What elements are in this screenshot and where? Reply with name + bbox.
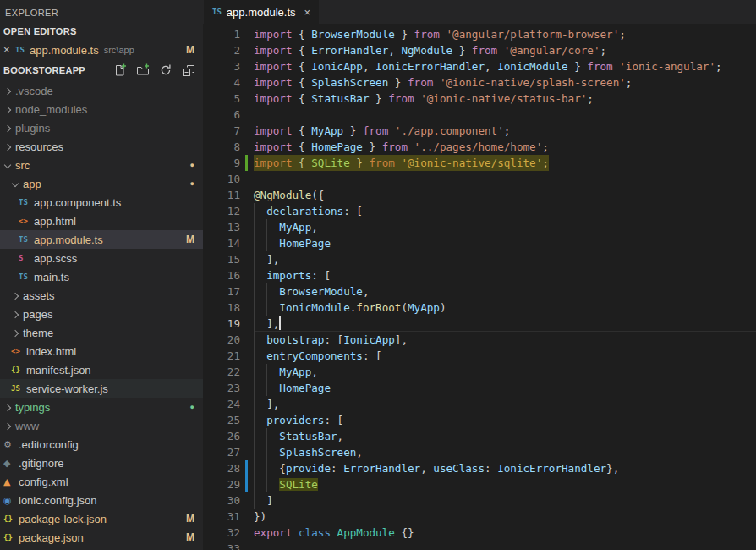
line-number[interactable]: 5 (203, 91, 244, 107)
line-body[interactable]: import { MyApp } from './app.component'; (254, 123, 756, 139)
line-body[interactable]: imports: [ (254, 267, 756, 283)
tree-folder-plugins[interactable]: plugins (0, 118, 203, 137)
line-number[interactable]: 19 (203, 316, 244, 332)
line-number[interactable]: 2 (203, 42, 244, 58)
tree-file-index-html[interactable]: <>index.html (0, 342, 203, 360)
line-body[interactable]: ], (254, 316, 756, 332)
tree-file-app-module-ts[interactable]: TSapp.module.tsM (0, 230, 203, 249)
line-number[interactable]: 31 (203, 509, 244, 525)
line-number[interactable]: 14 (203, 235, 244, 251)
line-body[interactable]: IonicModule.forRoot(MyApp) (254, 300, 756, 316)
tree-file-config-xml[interactable]: ▲config.xml (0, 472, 203, 491)
line-number[interactable]: 16 (203, 267, 244, 283)
line-body[interactable]: HomePage (254, 235, 756, 251)
line-number[interactable]: 30 (203, 492, 244, 509)
line-body[interactable]: @NgModule({ (254, 187, 756, 203)
line-body[interactable]: {provide: ErrorHandler, useClass: IonicE… (254, 460, 756, 476)
line-number[interactable]: 7 (203, 123, 244, 139)
line-body[interactable]: import { StatusBar } from '@ionic-native… (254, 91, 756, 107)
tab-close-icon[interactable]: × (304, 6, 311, 19)
tree-folder-app[interactable]: app● (0, 174, 203, 193)
close-icon[interactable]: × (3, 44, 15, 56)
tree-folder-node-modules[interactable]: node_modules (0, 100, 203, 118)
tree-folder-src[interactable]: src● (0, 156, 203, 174)
tree-folder-assets[interactable]: assets (0, 286, 203, 305)
line-number[interactable]: 24 (203, 396, 244, 412)
tree-file-ionic-config-json[interactable]: ◉ionic.config.json (0, 491, 203, 509)
line-body[interactable]: declarations: [ (254, 203, 756, 219)
tree-folder-resources[interactable]: resources (0, 137, 203, 156)
line-body[interactable]: ] (254, 492, 756, 509)
line-number[interactable]: 10 (203, 171, 244, 187)
tree-folder-typings[interactable]: typings● (0, 398, 203, 416)
line-body[interactable] (254, 107, 756, 123)
line-body[interactable]: SplashScreen, (254, 444, 756, 460)
tree-file-manifest-json[interactable]: {}manifest.json (0, 360, 203, 379)
open-editor-item-app-module[interactable]: × TS app.module.ts src\app M (0, 41, 203, 59)
line-number[interactable]: 17 (203, 283, 244, 300)
line-body[interactable]: ], (254, 396, 756, 412)
line-body[interactable]: import { HomePage } from '../pages/home/… (254, 139, 756, 155)
tree-file-package-json[interactable]: {}package.jsonM (0, 528, 203, 547)
line-body[interactable]: entryComponents: [ (254, 348, 756, 364)
line-number[interactable]: 9 (203, 155, 244, 171)
line-body[interactable]: export class AppModule {} (254, 525, 756, 541)
line-number[interactable]: 11 (203, 187, 244, 203)
tree-file-service-worker-js[interactable]: JSservice-worker.js (0, 379, 203, 398)
line-number[interactable]: 13 (203, 219, 244, 235)
tree-file-main-ts[interactable]: TSmain.ts (0, 267, 203, 286)
line-body[interactable]: StatusBar, (254, 428, 756, 444)
line-number[interactable]: 22 (203, 364, 244, 380)
line-body[interactable]: providers: [ (254, 412, 756, 428)
line-body[interactable]: ], (254, 251, 756, 267)
line-number[interactable]: 26 (203, 428, 244, 444)
line-number[interactable]: 6 (203, 107, 244, 123)
line-body[interactable]: }) (254, 509, 756, 525)
line-number[interactable]: 21 (203, 348, 244, 364)
tab-app-module-ts[interactable]: TS app.module.ts × (204, 0, 319, 24)
line-body[interactable]: import { SQLite } from '@ionic-native/sq… (254, 155, 756, 171)
line-number[interactable]: 32 (203, 525, 244, 541)
line-number[interactable]: 28 (203, 460, 244, 476)
line-number[interactable]: 15 (203, 251, 244, 267)
line-body[interactable]: import { ErrorHandler, NgModule } from '… (254, 42, 756, 58)
line-number[interactable]: 29 (203, 476, 244, 492)
line-number[interactable]: 23 (203, 380, 244, 396)
line-number[interactable]: 4 (203, 74, 244, 91)
tree-folder-pages[interactable]: pages (0, 305, 203, 323)
line-number[interactable]: 33 (203, 541, 244, 550)
line-body[interactable]: bootstrap: [IonicApp], (254, 332, 756, 348)
tree-file--gitignore[interactable]: ◆.gitignore (0, 454, 203, 472)
tree-file-app-component-ts[interactable]: TSapp.component.ts (0, 193, 203, 212)
line-body[interactable]: BrowserModule, (254, 283, 756, 300)
line-number[interactable]: 18 (203, 300, 244, 316)
tree-folder-www[interactable]: www (0, 416, 203, 435)
line-body[interactable] (254, 541, 756, 550)
line-body[interactable]: import { SplashScreen } from '@ionic-nat… (254, 74, 756, 91)
line-number[interactable]: 27 (203, 444, 244, 460)
line-body[interactable]: MyApp, (254, 219, 756, 235)
collapse-all-icon[interactable] (182, 63, 195, 77)
line-number[interactable]: 8 (203, 139, 244, 155)
tree-file-app-html[interactable]: <>app.html (0, 212, 203, 230)
new-file-icon[interactable] (113, 63, 127, 77)
tree-folder--vscode[interactable]: .vscode (0, 81, 203, 100)
tree-folder-theme[interactable]: theme (0, 323, 203, 342)
workspace-section-header[interactable]: BOOKSTOREAPP (0, 59, 203, 81)
tree-file-package-lock-json[interactable]: {}package-lock.jsonM (0, 509, 203, 528)
refresh-icon[interactable] (159, 63, 173, 77)
line-body[interactable]: SQLite (254, 476, 756, 492)
line-number[interactable]: 25 (203, 412, 244, 428)
line-number[interactable]: 3 (203, 58, 244, 74)
line-body[interactable]: HomePage (254, 380, 756, 396)
line-body[interactable]: import { BrowserModule } from '@angular/… (254, 26, 756, 42)
line-number[interactable]: 1 (203, 26, 244, 42)
line-body[interactable] (254, 171, 756, 187)
line-body[interactable]: import { IonicApp, IonicErrorHandler, Io… (254, 58, 756, 74)
new-folder-icon[interactable] (136, 63, 150, 77)
open-editors-header[interactable]: OPEN EDITORS (0, 22, 203, 41)
tree-file--editorconfig[interactable]: ⚙.editorconfig (0, 435, 203, 454)
line-number[interactable]: 20 (203, 332, 244, 348)
line-body[interactable]: MyApp, (254, 364, 756, 380)
line-number[interactable]: 12 (203, 203, 244, 219)
